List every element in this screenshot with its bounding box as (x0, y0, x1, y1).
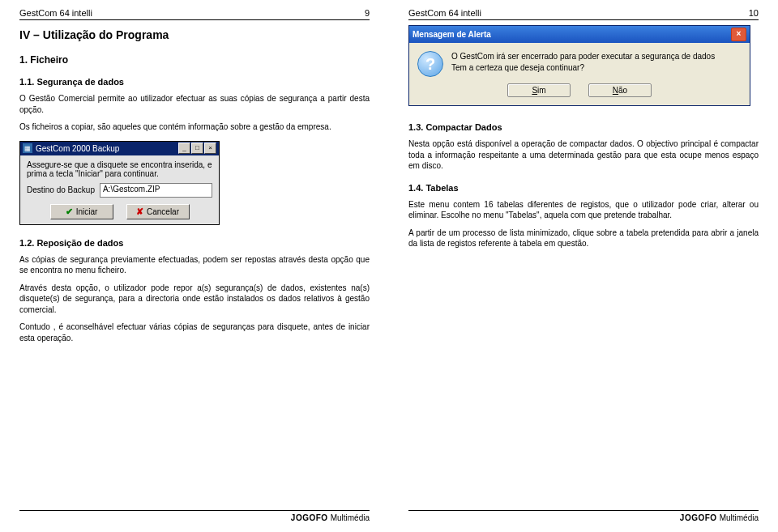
backup-titlebar: ▦ GestCom 2000 Backup _ □ × (20, 142, 219, 155)
footer-logo: JOGOFO (291, 513, 328, 522)
footer: JOGOFO Multimédia (19, 510, 370, 522)
para-5: Contudo , é aconselhável efectuar várias… (19, 321, 370, 343)
no-rest: ão (618, 86, 627, 95)
alert-message: O GestCom irá ser encerrado para poder e… (451, 51, 742, 77)
page-right: GestCom 64 intelli 10 Mensagem de Alerta… (389, 0, 778, 532)
backup-dest-input[interactable]: A:\Gestcom.ZIP (100, 183, 212, 198)
backup-dest-label: Destino do Backup (27, 185, 95, 194)
check-icon: ✔ (66, 206, 73, 217)
header-row-right: GestCom 64 intelli 10 (408, 8, 759, 20)
footer-right: JOGOFO Multimédia (408, 510, 759, 522)
footer-text: Multimédia (331, 513, 370, 522)
heading-ficheiro: 1. Ficheiro (19, 54, 370, 66)
para-6: Nesta opção está disponível a operação d… (408, 138, 759, 172)
para-4: Através desta opção, o utilizador pode r… (19, 283, 370, 316)
heading-compactar: 1.3. Compactar Dados (408, 122, 759, 132)
backup-body: Assegure-se que a disquete se encontra i… (20, 155, 219, 224)
backup-dest-field: Destino do Backup A:\Gestcom.ZIP (27, 183, 212, 198)
alert-dialog: Mensagem de Alerta × ? O GestCom irá ser… (408, 25, 750, 106)
para-3: As cópias de segurança previamente efect… (19, 254, 370, 276)
footer-text-right: Multimédia (720, 513, 759, 522)
close-button[interactable]: × (204, 143, 216, 154)
page-left: GestCom 64 intelli 9 IV – Utilização do … (0, 0, 389, 532)
footer-logo-right: JOGOFO (680, 513, 717, 522)
para-1: O Gestão Comercial permite ao utilizador… (19, 93, 370, 115)
maximize-button[interactable]: □ (191, 143, 203, 154)
yes-rest: im (537, 86, 546, 95)
backup-title: GestCom 2000 Backup (36, 144, 119, 153)
header-title: GestCom 64 intelli (19, 8, 92, 18)
cancel-label: Cancelar (147, 207, 179, 216)
page-number-right: 10 (749, 8, 759, 18)
header-title-right: GestCom 64 intelli (408, 8, 481, 18)
cancel-button[interactable]: ✘ Cancelar (126, 204, 190, 219)
heading-seguranca: 1.1. Segurança de dados (19, 77, 370, 87)
alert-line1: O GestCom irá ser encerrado para poder e… (451, 51, 742, 62)
backup-dialog: ▦ GestCom 2000 Backup _ □ × Assegure-se … (19, 141, 220, 225)
question-icon: ? (417, 51, 443, 77)
heading-tabelas: 1.4. Tabelas (408, 183, 759, 193)
yes-button[interactable]: Sim (507, 83, 571, 97)
alert-titlebar: Mensagem de Alerta × (409, 26, 750, 43)
start-button[interactable]: ✔ Iniciar (50, 204, 113, 219)
alert-body: ? O GestCom irá ser encerrado para poder… (409, 43, 750, 83)
heading-reposicao: 1.2. Reposição de dados (19, 238, 370, 248)
chapter-title: IV – Utilização do Programa (19, 28, 370, 41)
alert-title: Mensagem de Alerta (413, 30, 491, 39)
para-2: Os ficheiros a copiar, são aqueles que c… (19, 121, 370, 133)
start-label: Iniciar (76, 207, 98, 216)
backup-message: Assegure-se que a disquete se encontra i… (27, 160, 212, 178)
minimize-button[interactable]: _ (178, 143, 190, 154)
header-row: GestCom 64 intelli 9 (19, 8, 370, 20)
alert-close-button[interactable]: × (731, 28, 746, 41)
no-button[interactable]: Não (588, 83, 652, 97)
para-8: A partir de um processo de lista minimiz… (408, 228, 759, 249)
no-underline: N (613, 86, 618, 95)
para-7: Este menu contem 16 tabelas diferentes d… (408, 199, 759, 221)
x-icon: ✘ (136, 206, 143, 217)
app-icon: ▦ (23, 143, 32, 153)
page-number: 9 (365, 8, 370, 18)
alert-line2: Tem a certeza que deseja continuar? (451, 62, 742, 74)
